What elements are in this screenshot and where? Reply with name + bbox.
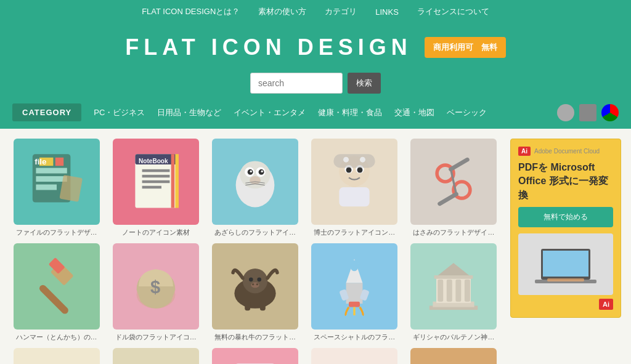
svg-rect-12 (142, 175, 169, 177)
category-nav: CATEGORY PC・ビジネス 日用品・生物など イベント・エンタメ 健康・料… (0, 103, 631, 129)
cat-transport[interactable]: 交通・地図 (394, 107, 434, 118)
cat-event[interactable]: イベント・エンタメ (234, 107, 306, 118)
icon-thumb-doctor (311, 139, 397, 225)
view-circle-gray[interactable] (557, 104, 574, 121)
site-title: FLAT ICON DESIGN (125, 34, 412, 60)
icon-label-shuttle: スペースシャトルのフラ… (314, 333, 395, 342)
icon-label-parthenon: ギリシャのパルテノン神… (413, 333, 494, 342)
icon-item-eye[interactable]: 目玉のアイコン素材 (10, 348, 103, 364)
ad-footer-logo: Ai (599, 299, 613, 310)
icon-label-dollar: ドル袋のフラットアイコ… (115, 333, 197, 342)
icon-label-doctor: 博士のフラットアイコン… (314, 228, 395, 237)
icon-thumb-bull (212, 243, 298, 330)
icon-thumb-buffalo (410, 348, 497, 364)
search-button[interactable]: 検索 (348, 73, 381, 94)
icon-label-file: ファイルのフラットデザ… (16, 228, 97, 237)
svg-point-52 (243, 269, 267, 293)
icon-thumb-chicken (113, 348, 199, 364)
svg-rect-1 (36, 168, 67, 174)
icon-thumb-notebook: NoteBook (113, 139, 199, 225)
content-area: file ファイルのフラットデザ… NoteBook ノートのアイコン素材 あざ… (10, 139, 500, 364)
top-nav: FLAT ICON DESIGNとは？ 素材の使い方 カテゴリ LINKS ライ… (0, 0, 631, 23)
ad-box: Ai Adobe Document Cloud PDFを Microsoft O… (510, 139, 621, 318)
ad-service-name: Adobe Document Cloud (534, 148, 600, 155)
icon-item-calculator[interactable]: 計算機のフラットアイコ… (208, 348, 301, 364)
ad-header: Ai Adobe Document Cloud (518, 147, 613, 156)
icon-thumb-scissors (410, 139, 497, 225)
hero-section: FLAT ICON DESIGN 商用利用可 無料 (0, 23, 631, 67)
icon-thumb-dollar: $ (113, 243, 199, 330)
nav-license[interactable]: ライセンスについて (417, 6, 489, 17)
ad-title: PDFを Microsoft Office 形式に一発変換 (518, 161, 613, 202)
svg-point-54 (257, 277, 261, 281)
view-color-circle[interactable] (601, 104, 619, 121)
cat-pc[interactable]: PC・ビジネス (94, 107, 145, 118)
icon-thumb-parthenon (410, 243, 497, 330)
search-input[interactable] (250, 73, 343, 94)
icon-label-bull: 無料の暴れ牛のフラット… (214, 333, 296, 342)
icon-item-chicken[interactable]: にわとりのフラットアイ… (109, 348, 202, 364)
svg-rect-61 (346, 283, 363, 304)
svg-point-37 (343, 157, 349, 163)
icon-thumb-coffee (311, 348, 397, 364)
icon-label-seal: あざらしのフラットアイ… (214, 228, 296, 237)
icon-item-seal[interactable]: あざらしのフラットアイ… (208, 139, 301, 237)
icon-item-hammer[interactable]: ハンマー（とんかち）の… (10, 243, 103, 342)
icon-thumb-hammer (14, 243, 100, 330)
svg-rect-39 (352, 182, 357, 187)
nav-category[interactable]: カテゴリ (325, 6, 357, 17)
svg-point-18 (240, 161, 270, 188)
svg-point-64 (350, 260, 358, 271)
svg-rect-15 (171, 154, 174, 208)
svg-point-23 (250, 171, 252, 172)
nav-howto[interactable]: 素材の使い方 (258, 6, 306, 17)
svg-line-43 (451, 160, 468, 169)
ad-footer: Ai (518, 299, 613, 310)
svg-rect-47 (38, 283, 69, 315)
svg-point-35 (357, 167, 363, 172)
svg-text:file: file (35, 157, 47, 166)
icon-thumb-calculator (212, 348, 298, 364)
cat-daily[interactable]: 日用品・生物など (157, 107, 221, 118)
svg-rect-2 (36, 176, 67, 182)
nav-about[interactable]: FLAT ICON DESIGNとは？ (142, 6, 240, 17)
icon-label-scissors: はさみのフラットデザイ… (413, 228, 494, 237)
svg-rect-14 (142, 186, 161, 188)
svg-rect-3 (36, 184, 57, 190)
svg-point-56 (252, 283, 254, 285)
svg-rect-116 (547, 278, 584, 281)
icon-item-notebook[interactable]: NoteBook ノートのアイコン素材 (109, 139, 202, 237)
svg-rect-71 (456, 280, 462, 302)
cat-basic[interactable]: ベーシック (447, 107, 487, 118)
svg-rect-5 (55, 158, 63, 166)
icon-item-doctor[interactable]: 博士のフラットアイコン… (308, 139, 401, 237)
icon-item-coffee[interactable]: コーヒーカップのフラッ… (308, 348, 401, 364)
icon-thumb-shuttle (311, 243, 397, 330)
view-square[interactable] (579, 104, 596, 121)
svg-rect-114 (543, 251, 588, 277)
svg-rect-70 (447, 280, 452, 302)
svg-point-57 (256, 283, 258, 285)
svg-line-44 (440, 194, 457, 204)
ad-button[interactable]: 無料で始める (518, 207, 613, 227)
svg-rect-59 (260, 300, 266, 310)
svg-rect-58 (245, 300, 250, 310)
svg-text:$: $ (150, 277, 160, 297)
icon-item-parthenon[interactable]: ギリシャのパルテノン神… (407, 243, 500, 342)
svg-rect-13 (142, 180, 169, 183)
icon-item-scissors[interactable]: はさみのフラットデザイ… (407, 139, 500, 237)
svg-rect-69 (438, 280, 444, 302)
icon-item-file[interactable]: file ファイルのフラットデザ… (10, 139, 103, 237)
icon-item-buffalo[interactable]: バッファローのフラット… (407, 348, 500, 364)
svg-rect-16 (175, 154, 179, 208)
svg-point-25 (250, 176, 261, 184)
icon-item-bull[interactable]: 無料の暴れ牛のフラット… (208, 243, 301, 342)
svg-rect-65 (349, 302, 360, 307)
icon-item-shuttle[interactable]: スペースシャトルのフラ… (308, 243, 401, 342)
svg-point-53 (249, 277, 253, 281)
icon-item-dollar[interactable]: $ ドル袋のフラットアイコ… (109, 243, 202, 342)
cat-health[interactable]: 健康・料理・食品 (318, 107, 382, 118)
icon-thumb-seal (212, 139, 298, 225)
nav-links[interactable]: LINKS (375, 7, 399, 17)
svg-rect-72 (465, 280, 470, 302)
